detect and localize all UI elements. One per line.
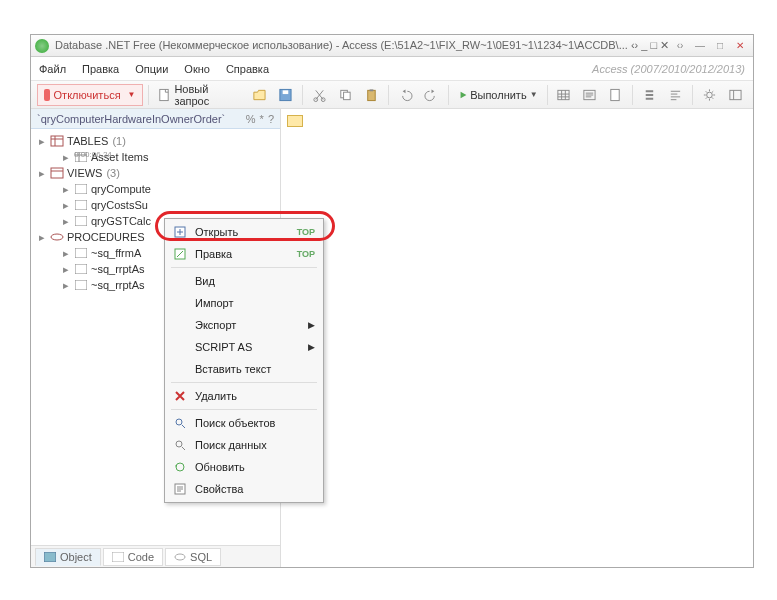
code-toggle-icon[interactable]: ‹› [671,39,689,53]
menu-edit[interactable]: Правка [82,63,119,75]
access-version-hint: Access (2007/2010/2012/2013) [592,63,745,75]
ctx-view[interactable]: Вид [167,270,321,292]
menu-window[interactable]: Окно [184,63,210,75]
folder-icon [287,115,303,127]
svg-rect-6 [344,92,351,99]
svg-rect-23 [75,280,87,290]
svg-point-20 [51,234,63,240]
tab-sql[interactable]: SQL [165,548,221,566]
align-icon[interactable] [664,84,687,106]
ctx-open[interactable]: ОткрытьTOP [167,221,321,243]
svg-rect-24 [44,552,56,562]
svg-rect-14 [51,136,63,146]
grid-results-icon[interactable] [552,84,575,106]
settings-icon[interactable] [698,84,721,106]
sidebar-header-text: `qryComputerHardwareInOwnerOrder` [37,113,225,125]
ctx-find-objects[interactable]: Поиск объектов [167,412,321,434]
menubar: Файл Правка Опции Окно Справка Access (2… [31,57,753,81]
tab-object[interactable]: Object [35,548,101,566]
svg-rect-0 [160,89,168,100]
new-query-button[interactable]: Новый запрос [153,84,245,106]
percent-icon[interactable]: % [246,113,256,125]
svg-rect-16 [51,168,63,178]
ctx-properties[interactable]: Свойства [167,478,321,500]
window-title: Database .NET Free (Некоммерческое испол… [55,39,671,52]
ctx-script-as[interactable]: SCRIPT AS▶ [167,336,321,358]
svg-rect-25 [112,552,124,562]
tables-node[interactable]: ▸TABLES(1) [37,133,280,149]
ctx-refresh[interactable]: Обновить [167,456,321,478]
ctx-find-data[interactable]: Поиск данных [167,434,321,456]
paste-icon[interactable] [360,84,383,106]
file-results-icon[interactable] [604,84,627,106]
context-menu: ОткрытьTOP ПравкаTOP Вид Импорт Экспорт▶… [164,218,324,503]
main-content [281,109,753,567]
star-icon[interactable]: * [260,113,264,125]
svg-point-30 [176,441,182,447]
svg-rect-17 [75,184,87,194]
save-icon[interactable] [274,84,297,106]
sidebar-tabs: Object Code SQL [31,545,280,567]
menu-file[interactable]: Файл [39,63,66,75]
elapsed-timer: 0:00:06.24 [74,150,112,159]
execute-button[interactable]: Выполнить▼ [454,84,542,106]
sidebar-header: `qryComputerHardwareInOwnerOrder` % * ? [31,109,280,129]
view-item[interactable]: ▸qryCompute [37,181,280,197]
ctx-insert-text[interactable]: Вставить текст [167,358,321,380]
help-icon[interactable]: ? [268,113,274,125]
ctx-delete[interactable]: Удалить [167,385,321,407]
svg-rect-19 [75,216,87,226]
svg-rect-13 [730,90,741,99]
redo-icon[interactable] [420,84,443,106]
text-results-icon[interactable] [578,84,601,106]
ctx-export[interactable]: Экспорт▶ [167,314,321,336]
menu-help[interactable]: Справка [226,63,269,75]
titlebar: Database .NET Free (Некоммерческое испол… [31,35,753,57]
svg-rect-18 [75,200,87,210]
undo-icon[interactable] [394,84,417,106]
app-window: Database .NET Free (Некоммерческое испол… [30,34,754,568]
minimize-button[interactable]: — [691,39,709,53]
svg-point-26 [175,554,185,560]
svg-rect-11 [611,89,619,100]
svg-rect-8 [370,89,374,91]
close-button[interactable]: ✕ [731,39,749,53]
svg-rect-22 [75,264,87,274]
views-node[interactable]: ▸VIEWS(3) [37,165,280,181]
svg-point-29 [176,419,182,425]
svg-rect-7 [368,90,375,100]
svg-rect-2 [283,90,289,94]
app-icon [35,39,49,53]
disconnect-button[interactable]: Отключиться▼ [37,84,143,106]
svg-rect-21 [75,248,87,258]
open-file-icon[interactable] [248,84,271,106]
toolbar: Отключиться▼ Новый запрос Выполнить▼ [31,81,753,109]
maximize-button[interactable]: □ [711,39,729,53]
cut-icon[interactable] [308,84,331,106]
svg-rect-9 [558,90,569,99]
ctx-edit[interactable]: ПравкаTOP [167,243,321,265]
tab-code[interactable]: Code [103,548,163,566]
menu-options[interactable]: Опции [135,63,168,75]
view-item[interactable]: ▸qryCostsSu [37,197,280,213]
copy-icon[interactable] [334,84,357,106]
list-icon[interactable] [638,84,661,106]
ctx-import[interactable]: Импорт [167,292,321,314]
svg-point-12 [707,92,713,98]
panel-icon[interactable] [724,84,747,106]
